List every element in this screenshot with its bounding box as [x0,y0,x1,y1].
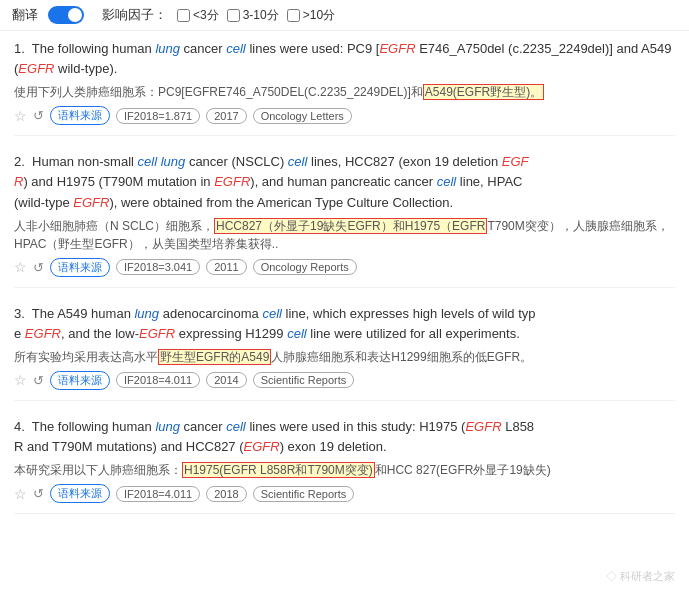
result-1-en: 1. The following human lung cancer cell … [14,39,675,79]
result-4-refresh[interactable]: ↺ [33,486,44,501]
result-2-if: IF2018=3.041 [116,259,200,275]
filter-3-10-checkbox[interactable] [227,9,240,22]
result-1-meta: ☆ ↺ 语料来源 IF2018=1.871 2017 Oncology Lett… [14,106,675,125]
result-4-meta: ☆ ↺ 语料来源 IF2018=4.011 2018 Scientific Re… [14,484,675,503]
result-3-refresh[interactable]: ↺ [33,373,44,388]
result-3-cell1: cell [262,306,282,321]
result-3-meta: ☆ ↺ 语料来源 IF2018=4.011 2014 Scientific Re… [14,371,675,390]
result-3-cn-highlight: 野生型EGFR的A549 [158,349,271,365]
result-1-if: IF2018=1.871 [116,108,200,124]
result-1-lung1: lung [155,41,180,56]
filter-lt3-checkbox[interactable] [177,9,190,22]
result-1-source-tag[interactable]: 语料来源 [50,106,110,125]
result-3-year: 2014 [206,372,246,388]
result-1-egfr1: EGFR [379,41,415,56]
translate-label: 翻译 [12,6,38,24]
result-4-star[interactable]: ☆ [14,486,27,502]
result-3-en: 3. The A549 human lung adenocarcinoma ce… [14,304,675,344]
result-1-cell1: cell [226,41,246,56]
result-3-egfr2: EGFR [139,326,175,341]
result-2-year: 2011 [206,259,246,275]
result-4-if: IF2018=4.011 [116,486,200,502]
influence-label: 影响因子： [102,6,167,24]
result-3-source-tag[interactable]: 语料来源 [50,371,110,390]
result-2-journal: Oncology Reports [253,259,357,275]
result-3-egfr1: EGFR [25,326,61,341]
result-1-cn: 使用下列人类肺癌细胞系：PC9[EGFRE746_A750DEL(C.2235_… [14,83,675,101]
result-3-if: IF2018=4.011 [116,372,200,388]
result-1-star[interactable]: ☆ [14,108,27,124]
result-4-egfr2: EGFR [244,439,280,454]
result-2-cell2: cell [437,174,457,189]
translate-toggle[interactable] [48,6,84,24]
result-item-4: 4. The following human lung cancer cell … [14,417,675,514]
result-2-en: 2. Human non-small cell lung cancer (NSC… [14,152,675,212]
result-4-source-tag[interactable]: 语料来源 [50,484,110,503]
result-4-lung: lung [155,419,180,434]
result-4-cn: 本研究采用以下人肺癌细胞系：H1975(EGFR L858R和T790M突变)和… [14,461,675,479]
result-3-num: 3. [14,306,32,321]
result-2-cell-lung: cell lung [138,154,186,169]
watermark: ◇ 科研者之家 [606,569,675,584]
result-2-refresh[interactable]: ↺ [33,260,44,275]
result-3-journal: Scientific Reports [253,372,355,388]
result-2-cn: 人非小细胞肺癌（N SCLC）细胞系，HCC827（外显子19缺失EGFR）和H… [14,217,675,253]
filter-gt10-checkbox[interactable] [287,9,300,22]
result-4-egfr1: EGFR [465,419,501,434]
result-1-num: 1. [14,41,32,56]
result-3-lung: lung [134,306,159,321]
result-4-year: 2018 [206,486,246,502]
result-2-cell1: cell [288,154,308,169]
result-4-num: 4. [14,419,32,434]
result-2-meta: ☆ ↺ 语料来源 IF2018=3.041 2011 Oncology Repo… [14,258,675,277]
result-3-star[interactable]: ☆ [14,372,27,388]
result-1-egfr2: EGFR [18,61,54,76]
results-content: 1. The following human lung cancer cell … [0,31,689,544]
result-1-journal: Oncology Letters [253,108,352,124]
filter-gt10[interactable]: >10分 [287,7,335,24]
result-4-journal: Scientific Reports [253,486,355,502]
result-2-star[interactable]: ☆ [14,259,27,275]
result-3-cn: 所有实验均采用表达高水平野生型EGFR的A549人肺腺癌细胞系和表达H1299细… [14,348,675,366]
filter-3-10[interactable]: 3-10分 [227,7,279,24]
top-bar: 翻译 影响因子： <3分 3-10分 >10分 [0,0,689,31]
result-item-3: 3. The A549 human lung adenocarcinoma ce… [14,304,675,401]
result-2-egfr3: EGFR [73,195,109,210]
result-item-1: 1. The following human lung cancer cell … [14,39,675,136]
result-2-cn-highlight: HCC827（外显子19缺失EGFR）和H1975（EGFR [214,218,487,234]
result-1-refresh[interactable]: ↺ [33,108,44,123]
result-2-num: 2. [14,154,32,169]
filter-lt3[interactable]: <3分 [177,7,219,24]
result-item-2: 2. Human non-small cell lung cancer (NSC… [14,152,675,287]
result-3-cell2: cell [287,326,307,341]
result-4-en: 4. The following human lung cancer cell … [14,417,675,457]
result-4-cn-highlight: H1975(EGFR L858R和T790M突变) [182,462,375,478]
result-1-year: 2017 [206,108,246,124]
result-2-egfr2: EGFR [214,174,250,189]
filter-group: <3分 3-10分 >10分 [177,7,335,24]
result-2-source-tag[interactable]: 语料来源 [50,258,110,277]
result-4-cell1: cell [226,419,246,434]
result-1-cn-highlight: A549(EGFR野生型)。 [423,84,544,100]
